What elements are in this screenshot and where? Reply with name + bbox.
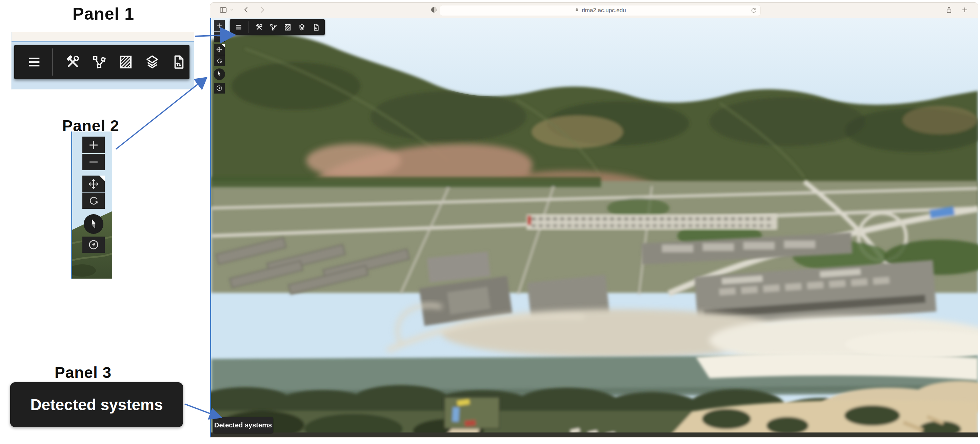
panel1-label: Panel 1 — [42, 4, 164, 24]
url-text: rima2.ac.upc.edu — [582, 7, 626, 14]
tools-icon[interactable] — [255, 23, 263, 31]
map-scene — [211, 18, 978, 437]
arrow3-line — [185, 404, 211, 414]
panel1-screenshot-card — [11, 32, 194, 89]
lock-icon — [574, 7, 579, 14]
locate-button[interactable] — [214, 83, 225, 94]
fold-corner — [99, 175, 105, 181]
panel2-screenshot-card — [71, 132, 112, 278]
panel1-browser-strip — [11, 32, 194, 42]
map-canvas[interactable]: Detected systems — [210, 18, 978, 437]
reload-icon[interactable] — [750, 7, 757, 16]
shield-icon[interactable] — [430, 6, 438, 15]
toolbar-divider — [248, 21, 248, 33]
pan-button[interactable] — [214, 44, 225, 55]
forward-button[interactable] — [258, 6, 266, 15]
toolbar-divider — [52, 48, 53, 76]
new-tab-icon[interactable] — [961, 6, 969, 15]
fold-corner — [222, 44, 225, 47]
route-icon — [92, 54, 107, 70]
layers-icon[interactable] — [298, 23, 306, 31]
menu-icon — [27, 54, 42, 70]
file-transfer-icon — [171, 54, 186, 70]
detected-systems-label: Detected systems — [214, 421, 272, 429]
detected-systems-button[interactable]: Detected systems — [213, 417, 273, 433]
zoom-out-button — [83, 154, 105, 170]
panel3-label: Panel 3 — [44, 363, 122, 382]
route-icon[interactable] — [269, 23, 277, 31]
page: Panel 1 Panel 2 Panel 3 — [0, 0, 980, 444]
back-button[interactable] — [242, 6, 250, 15]
tools-icon — [65, 54, 81, 70]
locate-button — [83, 237, 105, 253]
url-field[interactable]: rima2.ac.upc.edu — [440, 5, 760, 16]
rotate-button[interactable] — [214, 55, 225, 66]
hatch-icon — [118, 54, 134, 70]
browser-window: rima2.ac.upc.edu — [210, 3, 978, 437]
zoom-in-button — [83, 137, 105, 153]
compass-button — [84, 214, 103, 234]
panel1-toolbar — [14, 45, 189, 79]
zoom-out-button[interactable] — [214, 32, 225, 42]
panel3-button-label: Detected systems — [30, 396, 163, 414]
arrow2-line — [116, 84, 198, 149]
zoom-in-button[interactable] — [214, 20, 225, 31]
menu-icon[interactable] — [235, 23, 243, 31]
compass-button[interactable] — [213, 68, 225, 80]
rotate-button — [83, 193, 105, 209]
sidebar-icon[interactable] — [219, 6, 228, 16]
browser-toolbar: rima2.ac.upc.edu — [210, 3, 978, 18]
share-icon[interactable] — [945, 6, 953, 15]
layers-icon — [145, 54, 160, 70]
map-top-toolbar — [230, 19, 325, 35]
arrow2-head — [194, 77, 207, 90]
hatch-icon[interactable] — [284, 23, 291, 31]
panel3-screenshot-card: Detected systems — [10, 382, 183, 427]
pan-button — [83, 175, 105, 192]
file-transfer-icon[interactable] — [312, 23, 320, 31]
chevron-down-icon[interactable] — [229, 8, 234, 14]
